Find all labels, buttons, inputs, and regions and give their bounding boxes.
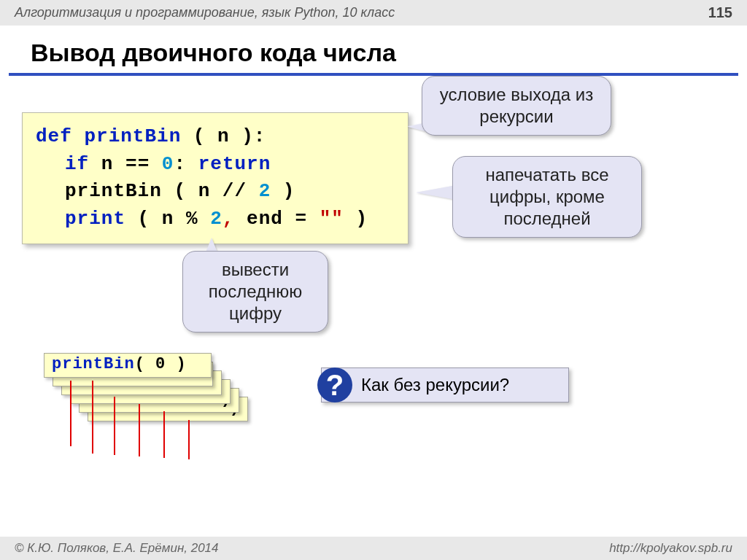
cond: n == bbox=[89, 153, 162, 175]
colon: : bbox=[174, 153, 198, 175]
stack-arg: ( 0 ) bbox=[135, 355, 187, 373]
recursive-call: printBin bbox=[65, 180, 162, 202]
num-two-b: 2 bbox=[210, 208, 222, 230]
code-line-1: def printBin ( n ): bbox=[36, 123, 395, 151]
empty-string: "" bbox=[320, 208, 344, 230]
sig-open: ( n ): bbox=[181, 125, 266, 147]
content-area: def printBin ( n ): if n == 0: return pr… bbox=[0, 76, 747, 542]
call-stack: ) ) printBin( 0 ) bbox=[44, 353, 263, 440]
page-number: 115 bbox=[708, 4, 732, 21]
comma: , bbox=[222, 208, 235, 230]
subject-text: Алгоритмизация и программирование, язык … bbox=[15, 5, 395, 20]
redline-5 bbox=[163, 411, 165, 458]
redline-2 bbox=[92, 381, 93, 454]
slide-header: Алгоритмизация и программирование, язык … bbox=[0, 0, 747, 26]
kw-if: if bbox=[65, 153, 89, 175]
question-text: Как без рекурсии? bbox=[361, 375, 509, 395]
kw-print: print bbox=[65, 208, 125, 230]
num-zero: 0 bbox=[162, 153, 174, 175]
redline-3 bbox=[114, 397, 115, 455]
kw-def: def bbox=[36, 125, 72, 147]
stack-card-top: printBin( 0 ) bbox=[44, 353, 212, 378]
kw-return: return bbox=[198, 153, 271, 175]
redline-1 bbox=[70, 381, 71, 446]
redline-6 bbox=[188, 420, 190, 459]
slide-footer: © К.Ю. Поляков, Е.А. Ерёмин, 2014 http:/… bbox=[0, 537, 747, 560]
footer-url: http://kpolyakov.spb.ru bbox=[609, 541, 732, 556]
question-icon: ? bbox=[317, 368, 352, 402]
code-line-4: print ( n % 2, end = "" ) bbox=[36, 206, 395, 233]
num-two-a: 2 bbox=[259, 180, 271, 202]
open4: ( n % bbox=[125, 208, 210, 230]
end-kw: end = bbox=[234, 208, 319, 230]
callout-exit-condition: условие выхода из рекурсии bbox=[422, 76, 611, 136]
close3: ) bbox=[271, 180, 295, 202]
callout-tail-2 bbox=[416, 185, 456, 200]
callout-last-digit: вывести последнюю цифру bbox=[182, 251, 328, 332]
code-block: def printBin ( n ): if n == 0: return pr… bbox=[22, 112, 409, 244]
close4: ) bbox=[344, 208, 368, 230]
fn-name: printBin bbox=[84, 125, 181, 147]
question-box: ? Как без рекурсии? bbox=[321, 368, 569, 402]
redline-4 bbox=[139, 404, 140, 456]
copyright: © К.Ю. Поляков, Е.А. Ерёмин, 2014 bbox=[15, 541, 219, 556]
args3: ( n // bbox=[162, 180, 259, 202]
code-line-2: if n == 0: return bbox=[36, 151, 395, 179]
code-line-3: printBin ( n // 2 ) bbox=[36, 178, 395, 206]
stack-fn-name: printBin bbox=[52, 355, 135, 373]
page-title: Вывод двоичного кода числа bbox=[9, 26, 738, 76]
callout-print-rest: напечатать все цифры, кроме последней bbox=[452, 156, 642, 238]
